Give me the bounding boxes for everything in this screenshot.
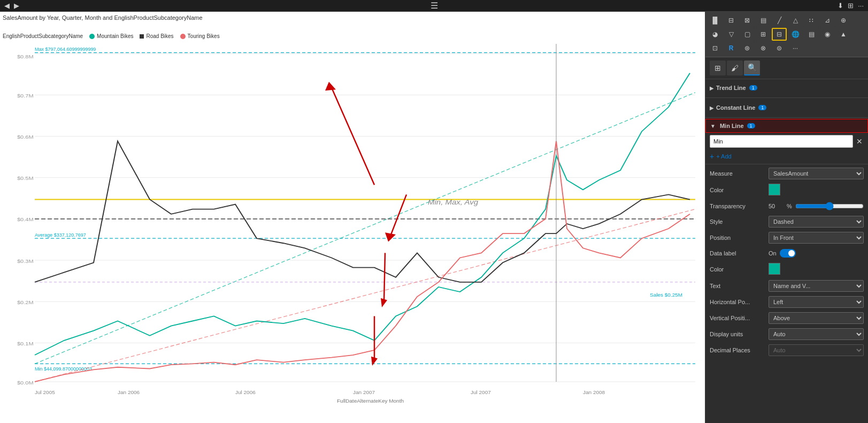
data-label-toggle[interactable] bbox=[780, 249, 796, 258]
svg-text:$0.5M: $0.5M bbox=[17, 175, 34, 181]
style-dropdown[interactable]: Dashed Solid Dotted bbox=[769, 216, 864, 228]
grid-icon[interactable]: ⊞ bbox=[848, 2, 854, 10]
touring-bikes-dot bbox=[180, 34, 186, 39]
svg-marker-33 bbox=[385, 232, 396, 241]
slicer-icon[interactable]: ⊡ bbox=[708, 42, 723, 55]
decimal-places-value: Auto bbox=[769, 344, 864, 356]
decimal-places-dropdown[interactable]: Auto bbox=[769, 344, 864, 356]
mountain-bikes-label: Mountain Bikes bbox=[97, 33, 133, 39]
format-tab[interactable]: 🖌 bbox=[727, 61, 743, 75]
vertical-pos-dropdown[interactable]: Above Below bbox=[769, 312, 864, 324]
stacked-area-icon[interactable]: ⊿ bbox=[820, 14, 835, 27]
funnel-icon[interactable]: ▽ bbox=[724, 28, 739, 41]
analytics-tab[interactable]: 🔍 bbox=[744, 61, 760, 75]
measure-row: Measure SalesAmount bbox=[705, 165, 868, 182]
vertical-pos-row: Vertical Positi... Above Below bbox=[705, 310, 868, 326]
text-dropdown[interactable]: Name and V... Name Value bbox=[769, 280, 864, 292]
table-icon[interactable]: ⊞ bbox=[756, 28, 771, 41]
text-row: Text Name and V... Name Value bbox=[705, 278, 868, 294]
hamburger-icon[interactable]: ☰ bbox=[431, 1, 438, 10]
constant-line-title: Constant Line bbox=[716, 104, 755, 111]
constant-line-header[interactable]: ▶ Constant Line 1 bbox=[705, 101, 868, 114]
svg-text:Jul 2005: Jul 2005 bbox=[35, 389, 55, 395]
touring-bikes-label: Touring Bikes bbox=[188, 33, 220, 39]
measure-dropdown[interactable]: SalesAmount bbox=[769, 168, 864, 179]
min-close-button[interactable]: ✕ bbox=[855, 136, 864, 147]
vertical-pos-label: Vertical Positi... bbox=[710, 315, 769, 321]
main-container: SalesAmount by Year, Quarter, Month and … bbox=[0, 12, 868, 423]
measure-label: Measure bbox=[710, 170, 769, 177]
top-bar-right: ⬇ ⊞ ··· bbox=[838, 2, 864, 10]
text-value: Name and V... Name Value bbox=[769, 280, 864, 292]
measure-value: SalesAmount bbox=[769, 168, 864, 179]
right-panel: ▐▌ ⊟ ⊠ ▤ ╱ △ ∷ ⊿ ⊕ ◕ ▽ ▢ ⊞ ⊟ 🌐 ▤ ◉ ▲ ⊡ R… bbox=[705, 12, 868, 423]
svg-marker-37 bbox=[371, 357, 378, 366]
position-label: Position bbox=[710, 235, 769, 241]
back-icon[interactable]: ◀ bbox=[4, 2, 10, 10]
combo-icon[interactable]: ⊕ bbox=[836, 14, 851, 27]
svg-text:Min, Max, Avg: Min, Max, Avg bbox=[428, 198, 478, 206]
svg-line-27 bbox=[35, 93, 695, 364]
horizontal-pos-dropdown[interactable]: Left Right Center bbox=[769, 296, 864, 308]
trend-line-header[interactable]: ▶ Trend Line 1 bbox=[705, 81, 868, 94]
stacked-bar-icon[interactable]: ⊟ bbox=[724, 14, 739, 27]
style-label: Style bbox=[710, 218, 769, 225]
legend-touring-bikes: Touring Bikes bbox=[180, 33, 220, 39]
transparency-slider[interactable] bbox=[795, 202, 864, 210]
color-value-2 bbox=[769, 263, 864, 276]
forward-icon[interactable]: ▶ bbox=[14, 2, 19, 10]
min-input-field[interactable] bbox=[710, 135, 853, 148]
min-line-header[interactable]: ▼ Min Line 1 bbox=[705, 119, 868, 133]
svg-text:$0.4M: $0.4M bbox=[17, 216, 34, 222]
matrix-icon[interactable]: ⊟ bbox=[772, 28, 787, 41]
color-box-2[interactable] bbox=[769, 263, 780, 275]
ellipsis-icon[interactable]: ··· bbox=[788, 42, 803, 55]
area-chart-icon[interactable]: △ bbox=[788, 14, 803, 27]
r-icon[interactable]: R bbox=[724, 42, 739, 55]
pie-icon[interactable]: ◕ bbox=[708, 28, 723, 41]
transparency-value: 50 % bbox=[769, 202, 864, 210]
svg-text:Average $337,120.7697: Average $337,120.7697 bbox=[35, 232, 86, 238]
custom1-icon[interactable]: ⊛ bbox=[740, 42, 755, 55]
map-icon[interactable]: 🌐 bbox=[788, 28, 803, 41]
svg-text:Sales $0.25M: Sales $0.25M bbox=[650, 292, 682, 298]
hundred-percent-icon[interactable]: ⊠ bbox=[740, 14, 755, 27]
data-label-row: Data label On bbox=[705, 246, 868, 261]
svg-marker-31 bbox=[325, 82, 336, 90]
svg-text:FullDateAlternateKey Month: FullDateAlternateKey Month bbox=[337, 398, 404, 403]
filled-map-icon[interactable]: ▤ bbox=[804, 28, 819, 41]
gauge-icon[interactable]: ◉ bbox=[820, 28, 835, 41]
icon-toolbar: ▐▌ ⊟ ⊠ ▤ ╱ △ ∷ ⊿ ⊕ ◕ ▽ ▢ ⊞ ⊟ 🌐 ▤ ◉ ▲ ⊡ R… bbox=[705, 12, 868, 57]
display-units-value: Auto None Thousands Millions bbox=[769, 328, 864, 340]
display-units-row: Display units Auto None Thousands Millio… bbox=[705, 326, 868, 342]
position-row: Position In Front Behind bbox=[705, 230, 868, 246]
position-value: In Front Behind bbox=[769, 232, 864, 244]
constant-line-section: ▶ Constant Line 1 bbox=[705, 99, 868, 116]
fields-tab[interactable]: ⊞ bbox=[710, 61, 726, 75]
svg-text:$0.8M: $0.8M bbox=[17, 54, 34, 59]
download-icon[interactable]: ⬇ bbox=[838, 2, 843, 10]
line-chart-icon[interactable]: ╱ bbox=[772, 14, 787, 27]
kpi-icon[interactable]: ▲ bbox=[836, 28, 851, 41]
vertical-pos-value: Above Below bbox=[769, 312, 864, 324]
display-units-dropdown[interactable]: Auto None Thousands Millions bbox=[769, 328, 864, 340]
divider1 bbox=[705, 97, 868, 98]
add-row[interactable]: + + Add bbox=[705, 150, 868, 163]
bar-chart-icon[interactable]: ▐▌ bbox=[708, 14, 723, 27]
chart-svg: $0.8M $0.7M $0.6M $0.5M $0.4M $0.3M $0.2… bbox=[0, 44, 701, 413]
custom3-icon[interactable]: ⊜ bbox=[772, 42, 787, 55]
color-label-1: Color bbox=[710, 187, 769, 193]
scatter-chart-icon[interactable]: ∷ bbox=[804, 14, 819, 27]
divider3 bbox=[705, 164, 868, 164]
svg-text:$0.0M: $0.0M bbox=[17, 379, 34, 385]
position-dropdown[interactable]: In Front Behind bbox=[769, 232, 864, 244]
cluster-bar-icon[interactable]: ▤ bbox=[756, 14, 771, 27]
custom2-icon[interactable]: ⊗ bbox=[756, 42, 771, 55]
trend-line-title: Trend Line bbox=[716, 85, 746, 91]
svg-text:Jan 2007: Jan 2007 bbox=[353, 389, 375, 395]
more-icon[interactable]: ··· bbox=[858, 2, 864, 10]
color-box-1[interactable] bbox=[769, 184, 780, 195]
svg-text:Jan 2008: Jan 2008 bbox=[583, 389, 605, 395]
data-label-label: Data label bbox=[710, 250, 769, 256]
card-icon[interactable]: ▢ bbox=[740, 28, 755, 41]
